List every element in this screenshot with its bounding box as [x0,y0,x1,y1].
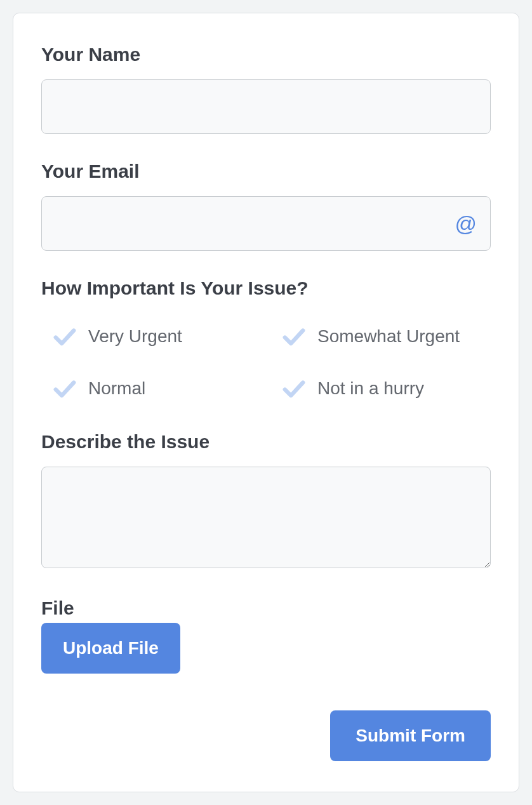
importance-option-normal[interactable]: Normal [53,376,256,401]
importance-option-somewhat-urgent[interactable]: Somewhat Urgent [282,324,486,349]
name-input[interactable] [41,79,491,134]
email-field: Your Email @ [41,161,491,251]
describe-label: Describe the Issue [41,431,491,453]
importance-option-label: Not in a hurry [317,378,424,399]
email-input-wrapper: @ [41,196,491,251]
check-icon [282,324,306,349]
email-input[interactable] [41,196,491,251]
describe-textarea[interactable] [41,467,491,568]
submit-form-button[interactable]: Submit Form [330,710,491,761]
email-label: Your Email [41,161,491,182]
importance-field: How Important Is Your Issue? Very Urgent… [41,277,491,404]
file-label: File [41,597,491,619]
check-icon [282,376,306,401]
importance-option-label: Normal [88,378,145,399]
upload-file-button[interactable]: Upload File [41,623,180,674]
importance-option-label: Very Urgent [88,326,182,347]
form-card: Your Name Your Email @ How Important Is … [13,13,519,792]
submit-row: Submit Form [330,710,491,761]
name-field: Your Name [41,44,491,134]
file-field: File Upload File [41,597,491,674]
page-root: Your Name Your Email @ How Important Is … [0,0,532,805]
check-icon [53,376,77,401]
importance-option-label: Somewhat Urgent [317,326,460,347]
describe-field: Describe the Issue [41,431,491,571]
importance-option-very-urgent[interactable]: Very Urgent [53,324,256,349]
name-label: Your Name [41,44,491,65]
importance-options: Very Urgent Somewhat Urgent Normal [41,313,491,404]
importance-label: How Important Is Your Issue? [41,277,491,299]
check-icon [53,324,77,349]
importance-option-not-in-a-hurry[interactable]: Not in a hurry [282,376,486,401]
